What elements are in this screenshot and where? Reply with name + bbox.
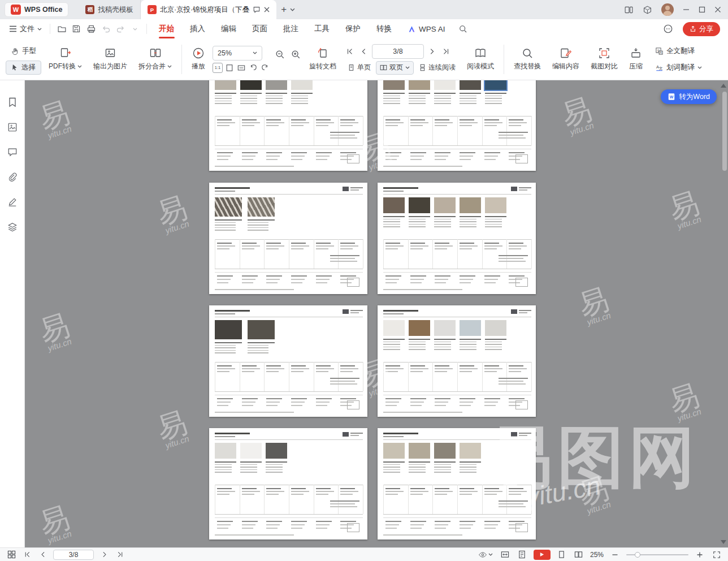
page-thumbnail[interactable] xyxy=(209,305,367,417)
zoom-minus-button[interactable] xyxy=(609,549,621,560)
play-button[interactable]: 播放 xyxy=(188,45,209,74)
fullscreen-button[interactable] xyxy=(711,549,722,560)
find-replace-button[interactable]: 查找替换 xyxy=(510,45,545,74)
close-window-button[interactable] xyxy=(714,6,721,13)
undo-icon[interactable] xyxy=(99,22,112,36)
menu-tab-annotate[interactable]: 批注 xyxy=(276,19,306,38)
single-page-view-button[interactable] xyxy=(556,549,567,560)
redo-icon[interactable] xyxy=(114,22,127,36)
first-page-button[interactable] xyxy=(344,45,356,58)
apps-box-icon[interactable] xyxy=(643,5,652,15)
minimize-button[interactable] xyxy=(683,6,690,13)
zoom-plus-button[interactable] xyxy=(694,549,705,560)
menu-search-icon[interactable] xyxy=(456,22,470,36)
word-translate-button[interactable]: A文 划词翻译 xyxy=(650,61,707,75)
fit-page-button[interactable] xyxy=(517,549,528,560)
slideshow-play-button[interactable] xyxy=(534,550,551,560)
status-zoom-value[interactable]: 25% xyxy=(590,551,604,559)
new-tab-button[interactable]: + xyxy=(281,4,287,15)
prev-page-button[interactable] xyxy=(358,45,370,58)
share-button[interactable]: 分享 xyxy=(683,22,720,36)
wps-home-button[interactable]: W WPS Office xyxy=(5,2,68,17)
sign-pen-icon[interactable] xyxy=(6,196,19,208)
last-page-button[interactable] xyxy=(440,45,452,58)
hand-tool-button[interactable]: 手型 xyxy=(6,44,41,58)
read-mode-button[interactable]: 阅读模式 xyxy=(463,45,498,74)
service-icon[interactable] xyxy=(661,22,675,36)
single-page-button[interactable]: 单页 xyxy=(344,61,375,75)
fit-width-icon[interactable] xyxy=(236,63,246,73)
file-menu-button[interactable]: 文件 xyxy=(6,24,45,34)
multi-page-view-button[interactable] xyxy=(573,549,584,560)
menu-tab-tools[interactable]: 工具 xyxy=(307,19,337,38)
page-thumbnail[interactable] xyxy=(209,428,367,540)
fit-width-button[interactable] xyxy=(500,549,511,560)
continuous-read-button[interactable]: 连续阅读 xyxy=(415,61,460,75)
scroll-down-arrow[interactable] xyxy=(721,540,726,544)
scrollbar-thumb[interactable] xyxy=(722,92,727,171)
page-thumbnail[interactable] xyxy=(209,80,367,171)
menu-tab-protect[interactable]: 保护 xyxy=(338,19,368,38)
select-tool-button[interactable]: 选择 xyxy=(6,61,41,75)
full-translate-button[interactable]: 文A 全文翻译 xyxy=(650,44,707,58)
bookmark-icon[interactable] xyxy=(6,96,19,109)
rotate-right-icon[interactable] xyxy=(260,63,270,73)
rotate-left-icon[interactable] xyxy=(248,63,258,73)
thumbnail-view-icon[interactable] xyxy=(6,549,17,560)
page-thumbnail[interactable] xyxy=(209,183,367,294)
next-page-button[interactable] xyxy=(426,45,438,58)
maximize-button[interactable] xyxy=(699,6,705,13)
page-thumbnail[interactable] xyxy=(378,183,536,294)
menu-tab-edit[interactable]: 编辑 xyxy=(214,19,244,38)
menu-tab-wps-ai[interactable]: WPS AI xyxy=(400,19,453,38)
view-options-icon[interactable] xyxy=(477,549,494,560)
doc-title-line xyxy=(383,310,418,312)
status-prev-page-button[interactable] xyxy=(37,549,49,560)
page-indicator-input[interactable]: 3/8 xyxy=(372,44,424,59)
document-canvas[interactable]: 易yitu.cn易yitu.cn易yitu.cn易yitu.cn易yitu.cn… xyxy=(25,80,728,547)
double-page-button[interactable]: 双页 xyxy=(376,61,414,75)
pdf-convert-button[interactable]: PDF转换 xyxy=(45,45,86,74)
status-last-page-button[interactable] xyxy=(114,549,125,560)
zoom-select[interactable]: 25% xyxy=(213,46,262,61)
zoom-slider[interactable] xyxy=(626,554,688,555)
split-merge-button[interactable]: 拆分合并 xyxy=(135,45,176,74)
tab-close-icon[interactable] xyxy=(264,7,270,12)
page-thumbnail[interactable] xyxy=(378,428,536,540)
menu-tab-page[interactable]: 页面 xyxy=(245,19,275,38)
page-thumbnail[interactable] xyxy=(378,80,536,171)
export-image-button[interactable]: 输出为图片 xyxy=(89,45,131,74)
zoom-out-icon[interactable] xyxy=(274,48,286,61)
actual-size-icon[interactable]: 1:1 xyxy=(213,63,223,73)
layers-icon[interactable] xyxy=(6,221,19,233)
menu-tab-insert[interactable]: 插入 xyxy=(183,19,213,38)
tab-current-document[interactable]: P 北京·京投·锦悦府项目（下叠 xyxy=(141,0,276,19)
tab-list-chevron-icon[interactable] xyxy=(290,8,295,11)
redo-chevron-icon[interactable] xyxy=(128,22,142,36)
convert-to-word-button[interactable]: W 转为Word xyxy=(661,89,717,104)
menu-tab-convert[interactable]: 转换 xyxy=(369,19,399,38)
attachment-icon[interactable] xyxy=(6,171,19,183)
screenshot-compare-button[interactable]: 截图对比 xyxy=(587,45,622,74)
status-next-page-button[interactable] xyxy=(98,549,110,560)
tab-comment-icon[interactable] xyxy=(253,6,261,14)
comment-panel-icon[interactable] xyxy=(6,146,19,158)
scroll-up-arrow[interactable] xyxy=(721,84,726,88)
open-folder-icon[interactable] xyxy=(55,22,68,36)
workspace-layout-icon[interactable] xyxy=(624,5,634,15)
page-thumbnail[interactable] xyxy=(378,305,536,417)
fit-page-icon[interactable] xyxy=(224,63,235,73)
edit-content-button[interactable]: 编辑内容 xyxy=(548,45,583,74)
menu-tab-home[interactable]: 开始 xyxy=(151,19,181,38)
status-first-page-button[interactable] xyxy=(21,549,33,560)
status-page-indicator[interactable]: 3/8 xyxy=(53,550,94,560)
rotate-document-button[interactable]: 旋转文档 xyxy=(305,45,340,74)
zoom-in-icon[interactable] xyxy=(289,48,302,61)
thumbnail-panel-icon[interactable] xyxy=(6,121,19,133)
zoom-slider-knob[interactable] xyxy=(635,552,640,558)
compress-button[interactable]: 压缩 xyxy=(625,45,647,74)
user-avatar[interactable] xyxy=(661,3,674,16)
tab-template-document[interactable]: 稻 找稿壳模板 xyxy=(79,0,141,19)
print-icon[interactable] xyxy=(84,22,98,36)
save-icon[interactable] xyxy=(70,22,83,36)
